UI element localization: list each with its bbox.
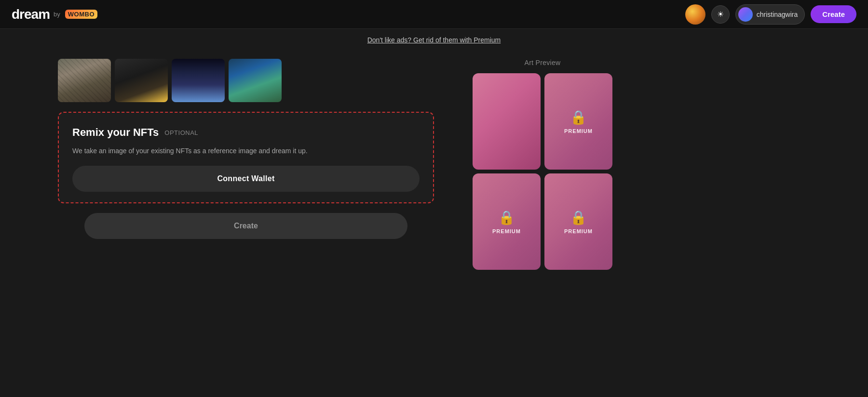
nft-description: We take an image of your existing NFTs a… bbox=[72, 146, 420, 156]
premium-banner-link[interactable]: Don't like ads? Get rid of them with Pre… bbox=[367, 36, 501, 44]
nft-remix-section: Remix your NFTs OPTIONAL We take an imag… bbox=[58, 112, 434, 203]
premium-label-1: PREMIUM bbox=[564, 128, 593, 134]
premium-label-2: PREMIUM bbox=[492, 228, 521, 234]
art-preview-grid: 🔒 PREMIUM 🔒 PREMIUM 🔒 PREMIUM bbox=[473, 73, 612, 270]
art-card-3-premium[interactable]: 🔒 PREMIUM bbox=[473, 173, 541, 270]
image-strip bbox=[58, 59, 434, 102]
connect-wallet-button[interactable]: Connect Wallet bbox=[72, 166, 420, 192]
planet-icon[interactable] bbox=[685, 4, 705, 25]
sun-icon: ☀ bbox=[717, 10, 724, 19]
header-left: dream by WOMBO bbox=[12, 7, 97, 22]
premium-label-3: PREMIUM bbox=[564, 228, 593, 234]
left-panel: Remix your NFTs OPTIONAL We take an imag… bbox=[58, 54, 434, 239]
header-right: ☀ christinagwira Create bbox=[685, 4, 856, 25]
nft-title: Remix your NFTs bbox=[72, 126, 159, 139]
image-thumb-food[interactable] bbox=[115, 59, 168, 102]
wombo-logo: WOMBO bbox=[65, 10, 97, 19]
image-thumb-tunnel[interactable] bbox=[172, 59, 225, 102]
lock-icon-3: 🔒 bbox=[570, 210, 587, 225]
main-content: Remix your NFTs OPTIONAL We take an imag… bbox=[0, 49, 868, 394]
nft-header: Remix your NFTs OPTIONAL bbox=[72, 126, 420, 139]
art-card-1[interactable] bbox=[473, 73, 541, 170]
premium-banner: Don't like ads? Get rid of them with Pre… bbox=[0, 29, 868, 49]
image-thumb-owl[interactable] bbox=[58, 59, 111, 102]
header: dream by WOMBO ☀ christinagwira Create bbox=[0, 0, 868, 29]
header-create-button[interactable]: Create bbox=[811, 5, 856, 23]
logo-dream: dream bbox=[12, 7, 50, 22]
art-card-4-premium[interactable]: 🔒 PREMIUM bbox=[544, 173, 612, 270]
username-label: christinagwira bbox=[757, 11, 798, 18]
main-create-button[interactable]: Create bbox=[84, 213, 408, 239]
art-preview-label: Art Preview bbox=[473, 59, 612, 66]
avatar bbox=[738, 7, 753, 22]
optional-badge: OPTIONAL bbox=[164, 129, 198, 136]
art-card-2-premium[interactable]: 🔒 PREMIUM bbox=[544, 73, 612, 170]
lock-icon-1: 🔒 bbox=[570, 109, 587, 125]
logo-by: by bbox=[54, 11, 60, 18]
right-panel: Art Preview 🔒 PREMIUM 🔒 PREMIUM 🔒 PREMIU… bbox=[473, 54, 612, 270]
image-thumb-boat[interactable] bbox=[229, 59, 282, 102]
user-profile-button[interactable]: christinagwira bbox=[735, 4, 805, 25]
lock-icon-2: 🔒 bbox=[498, 210, 515, 225]
theme-toggle-button[interactable]: ☀ bbox=[711, 5, 730, 24]
